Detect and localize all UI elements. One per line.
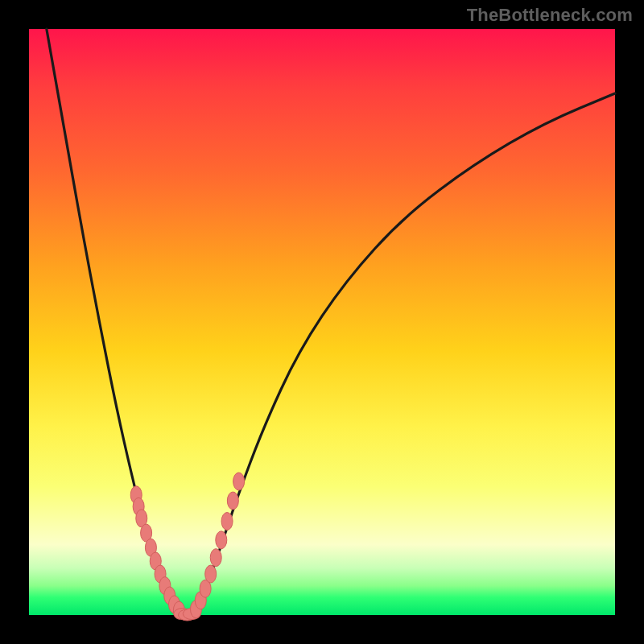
- data-marker: [210, 549, 221, 567]
- bottleneck-curve: [47, 29, 615, 615]
- plot-area: [29, 29, 615, 615]
- watermark-text: TheBottleneck.com: [467, 5, 633, 26]
- curve-right-branch: [193, 93, 615, 615]
- data-marker: [227, 492, 238, 510]
- data-marker: [216, 531, 227, 549]
- curve-layer: [29, 29, 615, 615]
- curve-left-branch: [47, 29, 181, 615]
- data-marker: [221, 513, 233, 530]
- data-marker: [233, 473, 245, 490]
- data-markers: [130, 473, 244, 621]
- chart-frame: TheBottleneck.com: [0, 0, 644, 644]
- data-marker: [205, 565, 217, 583]
